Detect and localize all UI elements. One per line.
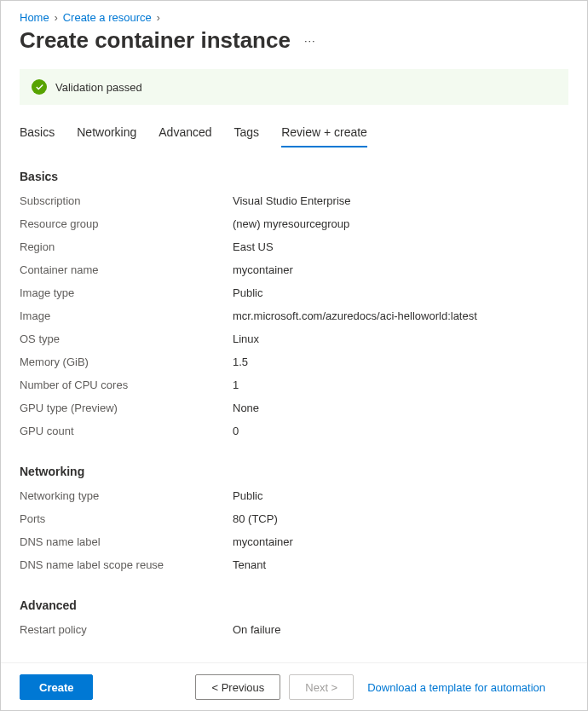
more-actions-button[interactable]: ··· [301,32,320,49]
kv-row: Restart policyOn failure [20,622,568,638]
kv-label: Ports [20,512,233,527]
kv-label: Container name [20,263,233,278]
kv-label: Subscription [20,194,233,209]
tab-networking[interactable]: Networking [77,125,136,147]
section-networking: Networking Networking typePublic Ports80… [20,465,568,573]
kv-label: GPU type (Preview) [20,401,233,416]
tab-basics[interactable]: Basics [20,125,55,147]
kv-label: Image [20,309,233,324]
kv-label: OS type [20,332,233,347]
section-advanced: Advanced Restart policyOn failure [20,598,568,638]
kv-row: GPU count0 [20,424,568,439]
kv-label: Restart policy [20,622,233,638]
section-heading: Advanced [20,598,568,612]
section-heading: Basics [20,170,568,183]
review-content: Basics SubscriptionVisual Studio Enterpr… [20,170,568,710]
kv-value: 80 (TCP) [233,512,278,527]
kv-row: Container namemycontainer [20,263,568,278]
kv-value: None [233,401,259,416]
kv-value: mycontainer [233,263,293,278]
kv-label: Memory (GiB) [20,355,233,370]
kv-value: 0 [233,424,239,439]
kv-value: Visual Studio Enterprise [233,194,351,209]
kv-label: Networking type [20,488,233,504]
kv-label: DNS name label scope reuse [20,558,233,573]
kv-value: mycontainer [233,535,293,550]
kv-row: OS typeLinux [20,332,568,347]
kv-value: On failure [233,622,280,638]
breadcrumb: Home › Create a resource › [20,11,568,24]
kv-row: Imagemcr.microsoft.com/azuredocs/aci-hel… [20,309,568,324]
kv-label: GPU count [20,424,233,439]
kv-value: mcr.microsoft.com/azuredocs/aci-hellowor… [233,309,477,324]
tab-tags[interactable]: Tags [234,125,260,147]
kv-value: Tenant [233,558,266,573]
kv-label: Resource group [20,217,233,232]
tab-review-create[interactable]: Review + create [281,125,367,147]
kv-row: Image typePublic [20,286,568,301]
validation-message: Validation passed [55,81,142,94]
chevron-right-icon: › [157,12,160,24]
download-template-link[interactable]: Download a template for automation [367,681,545,694]
section-basics: Basics SubscriptionVisual Studio Enterpr… [20,170,568,439]
tab-advanced[interactable]: Advanced [159,125,211,147]
kv-row: Networking typePublic [20,488,568,504]
kv-row: GPU type (Preview)None [20,401,568,416]
kv-value: Linux [233,332,259,347]
chevron-right-icon: › [55,12,58,24]
breadcrumb-home[interactable]: Home [20,11,49,24]
check-circle-icon [32,79,47,95]
next-button: Next > [289,674,354,700]
kv-row: RegionEast US [20,240,568,255]
kv-value: 1.5 [233,355,248,370]
validation-banner: Validation passed [20,69,568,105]
kv-row: DNS name labelmycontainer [20,535,568,550]
kv-value: Public [233,286,262,301]
page-title: Create container instance [20,27,291,54]
kv-value: (new) myresourcegroup [233,217,349,232]
kv-row: Resource group(new) myresourcegroup [20,217,568,232]
kv-row: Memory (GiB)1.5 [20,355,568,370]
kv-label: DNS name label [20,535,233,550]
kv-label: Number of CPU cores [20,378,233,393]
create-button[interactable]: Create [20,674,93,700]
breadcrumb-create-resource[interactable]: Create a resource [63,11,152,24]
section-heading: Networking [20,465,568,478]
footer-action-bar: Create < Previous Next > Download a temp… [1,663,587,710]
kv-row: Number of CPU cores1 [20,378,568,393]
kv-value: 1 [233,378,239,393]
kv-row: DNS name label scope reuseTenant [20,558,568,573]
kv-value: Public [233,488,262,504]
tabs: Basics Networking Advanced Tags Review +… [20,125,568,147]
kv-row: SubscriptionVisual Studio Enterprise [20,194,568,209]
kv-label: Image type [20,286,233,301]
previous-button[interactable]: < Previous [195,674,280,700]
kv-row: Ports80 (TCP) [20,512,568,527]
kv-value: East US [233,240,274,255]
kv-label: Region [20,240,233,255]
